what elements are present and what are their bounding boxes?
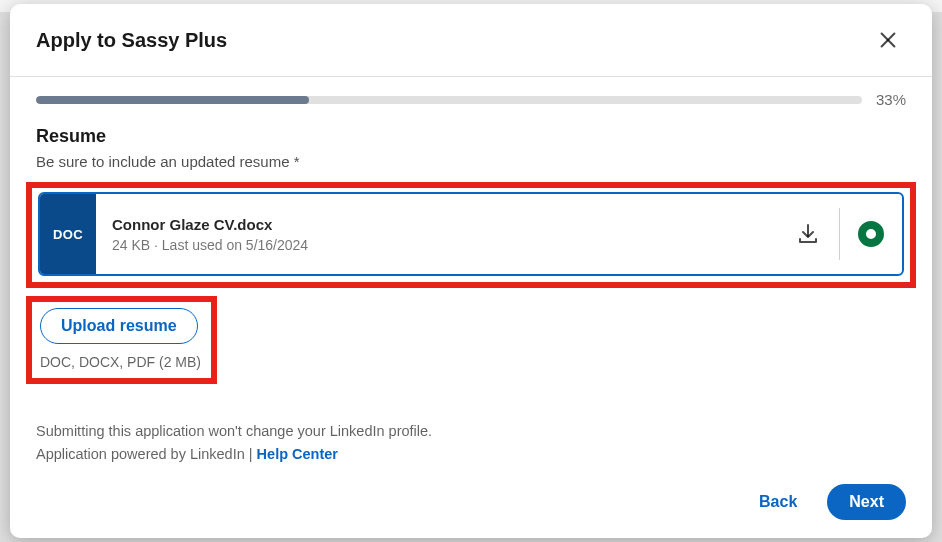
modal-header: Apply to Sassy Plus [10,4,932,76]
download-icon [796,222,820,246]
highlight-upload: Upload resume DOC, DOCX, PDF (2 MB) [26,296,217,384]
section-title-resume: Resume [36,126,906,147]
back-button[interactable]: Back [743,484,813,520]
close-icon [877,29,899,51]
apply-modal: Apply to Sassy Plus 33% Resume Be sure t… [10,4,932,538]
disclaimer-line1: Submitting this application won't change… [36,420,906,443]
highlight-selected-resume: DOC Connor Glaze CV.docx 24 KB · Last us… [26,182,916,288]
upload-hint: DOC, DOCX, PDF (2 MB) [40,354,201,370]
modal-title: Apply to Sassy Plus [36,29,227,52]
modal-body: 33% Resume Be sure to include an updated… [10,77,932,470]
modal-footer: Back Next [10,470,932,538]
progress-percent-label: 33% [876,91,906,108]
disclaimer-prefix: Application powered by LinkedIn [36,446,245,462]
help-center-link[interactable]: Help Center [257,446,338,462]
resume-radio[interactable] [840,194,902,274]
resume-card[interactable]: DOC Connor Glaze CV.docx 24 KB · Last us… [38,192,904,276]
progress-fill [36,96,309,104]
radio-selected-icon [858,221,884,247]
resume-meta: 24 KB · Last used on 5/16/2024 [112,237,761,253]
progress-row: 33% [36,91,906,108]
close-button[interactable] [870,22,906,58]
doc-badge: DOC [40,194,96,274]
disclaimer: Submitting this application won't change… [36,420,906,466]
resume-info: Connor Glaze CV.docx 24 KB · Last used o… [96,194,777,274]
disclaimer-line2: Application powered by LinkedIn | Help C… [36,443,906,466]
next-button[interactable]: Next [827,484,906,520]
section-hint-resume: Be sure to include an updated resume * [36,153,906,170]
resume-filename: Connor Glaze CV.docx [112,216,761,233]
progress-bar [36,96,862,104]
download-button[interactable] [777,194,839,274]
disclaimer-separator: | [245,446,257,462]
upload-resume-button[interactable]: Upload resume [40,308,198,344]
